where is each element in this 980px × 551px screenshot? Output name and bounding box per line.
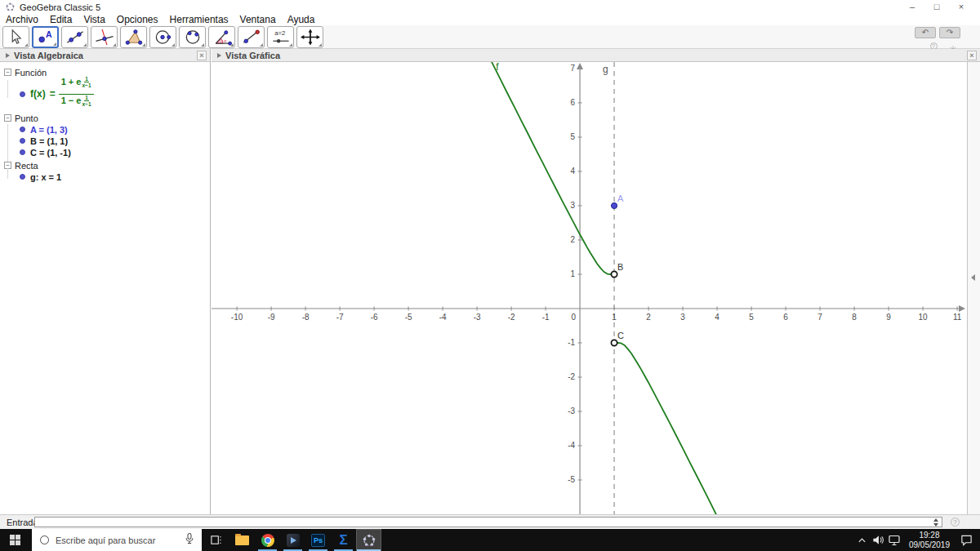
algebra-view-panel: Vista Algebraica × − Función f(x) = 1 + … bbox=[0, 49, 211, 514]
speaker-icon[interactable] bbox=[871, 529, 887, 551]
taskbar-search-box[interactable]: Escribe aquí para buscar bbox=[32, 529, 202, 551]
taskbar-file-explorer[interactable] bbox=[229, 529, 255, 551]
tool-dropdown-icon[interactable] bbox=[201, 43, 204, 47]
panel-expand-icon[interactable] bbox=[6, 53, 10, 58]
function-row-f[interactable]: f(x) = 1 + e1x−1 1 − e1x−1 bbox=[20, 78, 210, 110]
point-B[interactable] bbox=[611, 271, 617, 277]
tool-dropdown-icon[interactable] bbox=[172, 43, 175, 47]
geogebra-window: GeoGebra Classic 5 – □ × Archivo Edita V… bbox=[0, 0, 980, 551]
tool-dropdown-icon[interactable] bbox=[318, 43, 322, 47]
move-graphics-view-tool-button[interactable] bbox=[296, 26, 323, 48]
taskbar-chrome[interactable] bbox=[255, 529, 280, 551]
point-row-C[interactable]: C = (1, -1) bbox=[20, 147, 210, 158]
object-bullet-icon[interactable] bbox=[20, 149, 25, 155]
x-tick-label: 7 bbox=[817, 313, 822, 322]
x-tick-label: 8 bbox=[852, 313, 857, 322]
object-bullet-icon[interactable] bbox=[20, 174, 25, 180]
x-tick-label: -2 bbox=[508, 313, 515, 322]
tree-guide-line bbox=[7, 80, 8, 98]
task-view-button[interactable] bbox=[202, 529, 229, 551]
input-history-spinner-icon[interactable] bbox=[933, 518, 938, 527]
window-controls: – □ × bbox=[900, 0, 973, 14]
tool-dropdown-icon[interactable] bbox=[113, 43, 116, 47]
panel-expand-icon[interactable] bbox=[217, 53, 221, 58]
tool-dropdown-icon[interactable] bbox=[24, 43, 28, 47]
line-row-g[interactable]: g: x = 1 bbox=[20, 171, 210, 182]
microphone-icon[interactable] bbox=[185, 532, 194, 549]
taskbar-clock[interactable]: 19:28 09/05/2019 bbox=[909, 531, 950, 550]
entrada-input[interactable] bbox=[34, 517, 942, 527]
collapse-left-icon[interactable] bbox=[971, 274, 975, 281]
x-tick-label: -8 bbox=[302, 313, 310, 322]
start-button[interactable] bbox=[0, 529, 29, 551]
point-C[interactable] bbox=[611, 340, 617, 345]
close-icon[interactable]: × bbox=[197, 51, 207, 60]
graphics-view-header: Vista Gráfica × bbox=[212, 49, 980, 62]
x-axis-arrow-icon bbox=[959, 305, 965, 312]
point-row-A[interactable]: A = (1, 3) bbox=[20, 124, 210, 135]
taskbar-geogebra[interactable] bbox=[356, 529, 381, 551]
circle-tool-button[interactable] bbox=[149, 26, 176, 48]
taskbar-photoshop[interactable]: Ps bbox=[305, 529, 331, 551]
tool-dropdown-icon[interactable] bbox=[289, 43, 292, 47]
x-tick-label: 6 bbox=[783, 313, 788, 322]
redo-icon[interactable]: ↷ bbox=[939, 27, 960, 38]
y-tick-label: 5 bbox=[571, 132, 576, 141]
polygon-tool-button[interactable] bbox=[120, 26, 147, 48]
point-A[interactable] bbox=[611, 202, 617, 208]
exponent-fraction: 1x−1 bbox=[82, 95, 91, 107]
object-bullet-icon[interactable] bbox=[20, 91, 25, 97]
point-row-B[interactable]: B = (1, 1) bbox=[20, 136, 210, 146]
reflect-tool-button[interactable] bbox=[238, 26, 265, 48]
hidden-icons-chevron-icon[interactable] bbox=[854, 529, 871, 551]
tool-dropdown-icon[interactable] bbox=[142, 43, 145, 47]
maximize-icon[interactable]: □ bbox=[924, 0, 949, 14]
titlebar: GeoGebra Classic 5 – □ × bbox=[0, 0, 980, 14]
minimize-icon[interactable]: – bbox=[900, 0, 924, 14]
object-bullet-icon[interactable] bbox=[20, 127, 25, 132]
action-center-icon[interactable] bbox=[956, 529, 977, 551]
y-tick-label: 2 bbox=[571, 235, 576, 244]
menu-archivo[interactable]: Archivo bbox=[0, 14, 44, 25]
menu-ayuda[interactable]: Ayuda bbox=[282, 14, 321, 25]
perpendicular-line-tool-button[interactable] bbox=[91, 26, 118, 48]
move-tool-button[interactable] bbox=[2, 26, 29, 48]
point-label-B: B bbox=[617, 262, 623, 272]
undo-icon[interactable]: ↶ bbox=[915, 27, 936, 38]
function-name: f(x) bbox=[30, 88, 46, 100]
cortana-icon bbox=[40, 535, 49, 544]
y-tick-label: -1 bbox=[568, 338, 575, 347]
function-fraction: 1 + e1x−1 1 − e1x−1 bbox=[59, 77, 94, 111]
geogebra-icon bbox=[363, 534, 376, 547]
object-bullet-icon[interactable] bbox=[20, 138, 25, 144]
tool-dropdown-icon[interactable] bbox=[230, 43, 234, 47]
x-tick-label: -1 bbox=[542, 313, 550, 322]
menu-opciones[interactable]: Opciones bbox=[111, 14, 164, 25]
input-help-icon[interactable]: ? bbox=[951, 518, 960, 527]
point-tool-button[interactable]: A bbox=[32, 26, 59, 48]
network-icon[interactable] bbox=[887, 529, 903, 551]
exponent-fraction: 1x−1 bbox=[82, 76, 91, 88]
menu-ventana[interactable]: Ventana bbox=[234, 14, 282, 25]
line-tool-button[interactable] bbox=[61, 26, 88, 48]
taskbar-sigma-app[interactable]: Σ bbox=[331, 529, 356, 551]
collapse-icon[interactable]: − bbox=[4, 114, 11, 122]
menu-herramientas[interactable]: Herramientas bbox=[164, 14, 234, 25]
tool-dropdown-icon[interactable] bbox=[260, 43, 263, 47]
conic-tool-button[interactable] bbox=[179, 26, 206, 48]
collapse-icon[interactable]: − bbox=[4, 69, 11, 76]
graphics-canvas[interactable]: g-10-9-8-7-6-5-4-3-2-101234567891011-5-4… bbox=[212, 62, 966, 514]
menu-vista[interactable]: Vista bbox=[78, 14, 110, 25]
y-tick-label: 3 bbox=[571, 201, 576, 210]
slider-tool-button[interactable]: a=2 bbox=[267, 26, 294, 48]
menu-edita[interactable]: Edita bbox=[44, 14, 78, 25]
taskbar-movies-tv[interactable] bbox=[280, 529, 305, 551]
x-tick-label: 2 bbox=[646, 313, 651, 322]
tool-dropdown-icon[interactable] bbox=[53, 42, 56, 46]
system-tray: 19:28 09/05/2019 bbox=[854, 529, 980, 551]
tool-dropdown-icon[interactable] bbox=[83, 43, 87, 47]
angle-tool-button[interactable]: α bbox=[208, 26, 235, 48]
group-recta: − Recta bbox=[0, 160, 210, 171]
close-icon[interactable]: × bbox=[949, 0, 973, 14]
close-icon[interactable]: × bbox=[967, 51, 977, 60]
